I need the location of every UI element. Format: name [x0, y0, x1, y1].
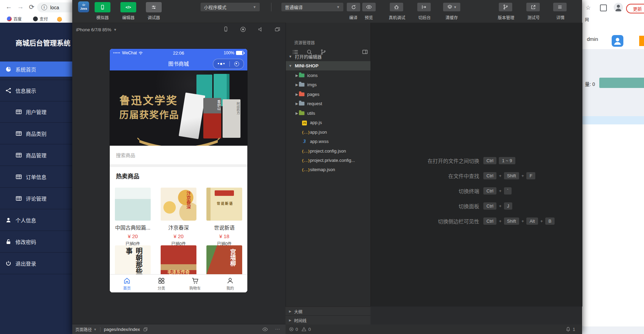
- tree-folder-icons[interactable]: ▶ icons: [286, 71, 371, 80]
- simulator-toggle-button[interactable]: [95, 2, 110, 12]
- sidebar-item-info-display[interactable]: 信息展示: [0, 83, 72, 98]
- tree-file-app-json[interactable]: {..} app.json: [286, 127, 371, 137]
- clear-cache-button[interactable]: ▼: [443, 3, 460, 11]
- bookmark-baidu[interactable]: 百度: [7, 16, 22, 22]
- tree-folder-request[interactable]: ▶ request: [286, 99, 371, 108]
- shortcut-row: 切换面板 Ctrl + J: [371, 201, 582, 211]
- tab-category[interactable]: 分类: [151, 277, 172, 291]
- browser-extension-icon[interactable]: [600, 4, 607, 11]
- rotate-device-icon[interactable]: [223, 26, 229, 32]
- browser-back-icon[interactable]: ←: [6, 3, 12, 11]
- notifications[interactable]: 1: [566, 326, 575, 332]
- error-count[interactable]: 0: [296, 327, 298, 332]
- browser-refresh-icon[interactable]: ⟳: [29, 3, 34, 11]
- devtools-toolbar: ☕ Java 模拟器 </> 编辑器 调试器 小程序模式 ▼ 普通编译: [72, 0, 582, 23]
- tree-project-root[interactable]: ▼ MINI-SHOP: [286, 61, 371, 70]
- browser-forward-icon[interactable]: →: [17, 3, 24, 11]
- bookmark-partial-label[interactable]: 网: [585, 16, 589, 22]
- sidebar-item-home[interactable]: 系统首页: [0, 62, 72, 77]
- shortcut-row: 切换侧边栏可见性 Ctrl + Shift + Alt + B: [371, 216, 582, 226]
- editor-label: 编辑器: [116, 14, 140, 20]
- tab-home[interactable]: 首页: [117, 277, 137, 291]
- admin-avatar[interactable]: [612, 35, 623, 47]
- version-control-button[interactable]: [499, 3, 512, 11]
- tab-me[interactable]: 我的: [220, 277, 240, 291]
- tree-file-project-config[interactable]: {..} project.config.json: [286, 146, 371, 156]
- tab-cart[interactable]: 购物车: [185, 277, 205, 291]
- copy-icon[interactable]: [143, 327, 148, 332]
- path-label[interactable]: 页面路径: [75, 326, 92, 332]
- timeline-section[interactable]: ▶ 时间线: [286, 315, 371, 325]
- devtools-status-bar: 0 0 1: [286, 324, 582, 334]
- browser-update-button[interactable]: 更新: [626, 4, 644, 13]
- search-bar[interactable]: 搜索商品: [110, 146, 247, 164]
- cart-icon: [191, 277, 199, 285]
- tree-file-project-private-config[interactable]: {..} project.private.config...: [286, 156, 371, 165]
- warning-count[interactable]: 0: [308, 327, 311, 332]
- divider: [0, 122, 72, 123]
- browser-profile-avatar[interactable]: [614, 3, 623, 12]
- chevron-down-icon[interactable]: ▼: [94, 328, 97, 331]
- clock-label: 22:06: [110, 51, 247, 56]
- product-card[interactable]: 汴京春深 汴京春深 ¥ 20 已销0件: [156, 188, 201, 246]
- multi-window-icon[interactable]: [274, 26, 281, 33]
- sidebar-item-comments[interactable]: 评论管理: [0, 191, 72, 206]
- chevron-right-icon: ▶: [296, 102, 299, 105]
- device-debug-button[interactable]: [390, 3, 403, 11]
- bookmark-star-icon[interactable]: ☆: [586, 4, 591, 11]
- debugger-toggle-button[interactable]: [146, 2, 162, 12]
- switch-background-button[interactable]: [417, 3, 431, 11]
- device-selector[interactable]: iPhone 6/7/8 85% ▼: [76, 27, 117, 32]
- outline-section[interactable]: ▶ 大纲: [286, 307, 371, 316]
- minimize-target-icon[interactable]: [234, 62, 239, 66]
- banner-book-red: 香炉山: [203, 98, 221, 138]
- sidebar-item-logout[interactable]: 退出登录: [0, 256, 72, 271]
- phone-icon: [100, 4, 105, 10]
- open-book-gold-icon: [137, 138, 220, 146]
- editor-toggle-button[interactable]: </>: [120, 2, 136, 12]
- product-card[interactable]: 世说新语 世说新语 ¥ 18 已销0件: [202, 188, 247, 246]
- test-account-button[interactable]: [526, 3, 540, 11]
- compile-mode-select[interactable]: 普通编译 ▼: [281, 3, 343, 11]
- keycap: Ctrl: [483, 218, 496, 225]
- record-icon[interactable]: [240, 26, 246, 33]
- phone-tab-bar: 首页 分类 购物车 我的: [110, 274, 247, 292]
- bookmark-zhifu[interactable]: 支付: [33, 16, 48, 22]
- tree-folder-imgs[interactable]: ▶ imgs: [286, 80, 371, 89]
- compile-button[interactable]: [347, 3, 360, 11]
- tree-file-app-wxss[interactable]: 3 app.wxss: [286, 137, 371, 146]
- tree-file-sitemap[interactable]: {..} sitemap.json: [286, 165, 371, 174]
- tree-open-editors[interactable]: ▼ 打开的编辑器: [286, 52, 371, 61]
- tree-folder-pages[interactable]: ▶ pages: [286, 90, 371, 99]
- keycap: Alt: [526, 218, 538, 225]
- lion-bookmark-icon[interactable]: [57, 17, 62, 22]
- product-card[interactable]: 中国古典短篇... ¥ 20 已销0件: [110, 188, 155, 246]
- lock-icon: [6, 239, 11, 245]
- sidebar-item-user-mgmt[interactable]: 用户管理: [0, 104, 72, 119]
- battery-icon: [236, 51, 244, 55]
- switch-background-label: 切后台: [412, 14, 437, 20]
- sidebar-item-product-mgmt[interactable]: 商品管理: [0, 147, 72, 163]
- sound-icon[interactable]: [257, 26, 264, 33]
- header-orange-button[interactable]: [639, 36, 644, 46]
- chevron-down-icon: ▼: [253, 5, 256, 9]
- screen: ← → ⟳ i loca ☆ 更新 百度 支付 网 商城后台管理系统: [0, 0, 644, 334]
- more-options-icon[interactable]: ...: [275, 325, 280, 331]
- more-menu-icon[interactable]: [218, 63, 225, 65]
- sidebar-item-profile[interactable]: 个人信息: [0, 212, 72, 227]
- js-file-icon: JS: [302, 120, 307, 125]
- chevron-down-icon: ▼: [336, 5, 340, 9]
- tree-file-app-js[interactable]: JS app.js: [286, 118, 371, 127]
- details-button[interactable]: [553, 3, 567, 11]
- site-info-icon[interactable]: i: [41, 4, 47, 10]
- home-banner[interactable]: 鲁迅文学奖 历届获奖作品 香炉山 时间的力 鲁迅文学奖是以中国新文化运动的伟大旗…: [110, 70, 247, 146]
- preview-button[interactable]: [362, 3, 376, 11]
- tune-icon: [151, 4, 157, 10]
- sidebar-item-password[interactable]: 修改密码: [0, 234, 72, 249]
- sidebar-item-orders[interactable]: 订单信息: [0, 169, 72, 184]
- tree-folder-utils[interactable]: ▶ utils: [286, 109, 371, 118]
- mode-select[interactable]: 小程序模式 ▼: [201, 3, 260, 11]
- sidebar-item-category[interactable]: 商品类别: [0, 126, 72, 141]
- eye-icon[interactable]: [262, 326, 268, 332]
- current-page-path[interactable]: pages/index/index: [104, 327, 140, 332]
